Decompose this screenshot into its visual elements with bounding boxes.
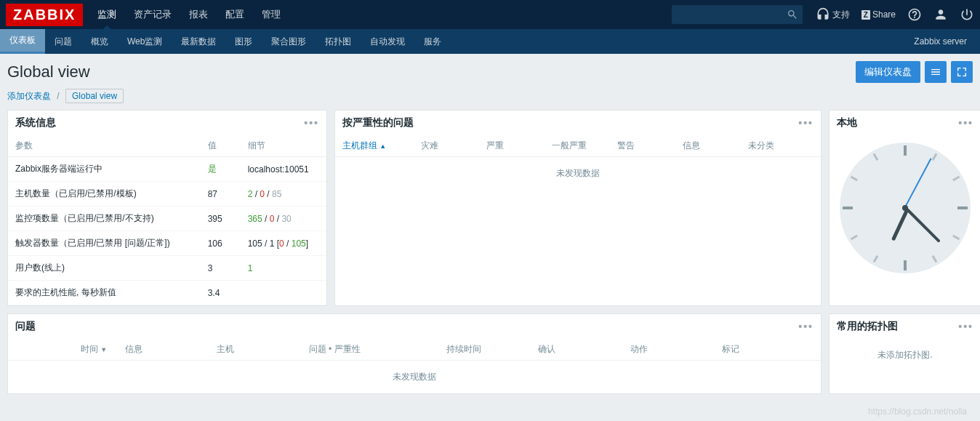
share-label: Share bbox=[872, 9, 896, 20]
clock-tick bbox=[952, 176, 960, 182]
menu-icon bbox=[930, 66, 941, 78]
cell-param: 监控项数量（已启用/已禁用/不支持) bbox=[8, 207, 201, 231]
dashboard-menu-button[interactable] bbox=[925, 61, 947, 83]
widget-menu-icon[interactable]: ••• bbox=[958, 321, 973, 332]
subnav-web[interactable]: Web监测 bbox=[118, 29, 172, 54]
col-info[interactable]: 信息 bbox=[125, 343, 217, 356]
subnav-server-link[interactable]: Zabbix server bbox=[901, 36, 980, 47]
col-duration[interactable]: 持续时间 bbox=[446, 343, 538, 356]
logo[interactable]: ZABBIX bbox=[6, 4, 83, 26]
table-row: Zabbix服务器端运行中是localhost:10051 bbox=[8, 157, 326, 182]
table-row: 监控项数量（已启用/已禁用/不支持)395365 / 0 / 30 bbox=[8, 207, 326, 231]
widget-menu-icon[interactable]: ••• bbox=[304, 117, 319, 129]
table-row: 触发器数量（已启用/已禁用 [问题/正常])106105 / 1 [0 / 10… bbox=[8, 231, 326, 256]
col-host[interactable]: 主机 bbox=[217, 343, 308, 356]
widget-menu-icon[interactable]: ••• bbox=[798, 321, 814, 332]
col-notclassified[interactable]: 未分类 bbox=[748, 140, 814, 152]
clock-face bbox=[840, 143, 971, 273]
problems-empty: 未发现数据 bbox=[8, 361, 821, 393]
breadcrumb-current[interactable]: Global view bbox=[65, 89, 124, 103]
subnav-latest[interactable]: 最新数据 bbox=[172, 29, 225, 54]
subnav-overview[interactable]: 概览 bbox=[81, 29, 118, 54]
sysinfo-table: 参数 值 细节 Zabbix服务器端运行中是localhost:10051主机数… bbox=[8, 135, 326, 305]
col-high[interactable]: 严重 bbox=[486, 140, 552, 152]
table-row: 要求的主机性能, 每秒新值3.4 bbox=[8, 281, 326, 305]
sub-nav: 仪表板 问题 概览 Web监测 最新数据 图形 聚合图形 拓扑图 自动发现 服务… bbox=[0, 29, 980, 54]
widget-head: 常用的拓扑图 ••• bbox=[830, 314, 980, 339]
topnav-admin[interactable]: 管理 bbox=[253, 0, 289, 29]
headset-icon bbox=[816, 7, 830, 22]
page-title: Global view bbox=[7, 63, 90, 81]
breadcrumb-root[interactable]: 添加仪表盘 bbox=[7, 91, 51, 101]
widget-menu-icon[interactable]: ••• bbox=[958, 117, 973, 129]
share-link[interactable]: Z Share bbox=[861, 9, 896, 20]
clock-tick bbox=[873, 255, 879, 262]
widget-severity: 按严重性的问题 ••• 主机群组 ▲ 灾难 严重 一般严重 警告 信息 未分类 … bbox=[334, 110, 822, 306]
clock-tick bbox=[952, 235, 960, 241]
widget-head: 问题 ••• bbox=[8, 314, 821, 339]
widget-problems: 问题 ••• 时间 ▼ 信息 主机 问题 • 严重性 持续时间 确认 动作 标记… bbox=[7, 313, 822, 394]
cell-param: 触发器数量（已启用/已禁用 [问题/正常]) bbox=[8, 231, 201, 256]
subnav-discovery[interactable]: 自动发现 bbox=[361, 29, 414, 54]
col-ack[interactable]: 确认 bbox=[538, 343, 630, 356]
cell-value: 3.4 bbox=[201, 281, 241, 305]
cell-detail: 2 / 0 / 85 bbox=[241, 182, 326, 207]
col-problem-severity[interactable]: 问题 • 严重性 bbox=[309, 343, 446, 356]
col-tags[interactable]: 标记 bbox=[722, 343, 814, 356]
col-actions[interactable]: 动作 bbox=[630, 343, 722, 356]
cell-param: 要求的主机性能, 每秒新值 bbox=[8, 281, 201, 305]
subnav-problems[interactable]: 问题 bbox=[45, 29, 81, 54]
maps-empty: 未添加拓扑图. bbox=[830, 339, 980, 372]
fullscreen-icon bbox=[956, 66, 968, 78]
search-input[interactable] bbox=[672, 5, 803, 24]
subnav-services[interactable]: 服务 bbox=[414, 29, 451, 54]
dashboard-grid: 系统信息 ••• 参数 值 细节 Zabbix服务器端运行中是localhost… bbox=[0, 110, 980, 401]
user-icon[interactable] bbox=[933, 7, 948, 22]
subnav-graphs[interactable]: 图形 bbox=[225, 29, 262, 54]
widget-head: 本地 ••• bbox=[830, 111, 980, 135]
col-disaster[interactable]: 灾难 bbox=[421, 140, 486, 152]
col-param[interactable]: 参数 bbox=[8, 135, 201, 157]
subnav-dashboard[interactable]: 仪表板 bbox=[0, 29, 45, 54]
cell-detail: 365 / 0 / 30 bbox=[241, 207, 326, 231]
widget-head: 系统信息 ••• bbox=[8, 111, 326, 135]
support-link[interactable]: 支持 bbox=[816, 7, 850, 22]
widget-title: 系统信息 bbox=[15, 116, 56, 129]
col-info[interactable]: 信息 bbox=[683, 140, 748, 152]
topnav-config[interactable]: 配置 bbox=[217, 0, 253, 29]
col-detail[interactable]: 细节 bbox=[241, 135, 326, 157]
subnav-maps[interactable]: 拓扑图 bbox=[316, 29, 361, 54]
cell-value: 是 bbox=[201, 157, 241, 182]
col-warning[interactable]: 警告 bbox=[617, 140, 683, 152]
cell-value: 106 bbox=[201, 231, 241, 256]
help-icon[interactable] bbox=[907, 7, 922, 22]
topnav-inventory[interactable]: 资产记录 bbox=[125, 0, 180, 29]
widget-menu-icon[interactable]: ••• bbox=[798, 117, 814, 129]
clock-tick bbox=[843, 207, 853, 209]
col-hostgroup[interactable]: 主机群组 ▲ bbox=[342, 140, 421, 152]
table-row: 用户数(线上)31 bbox=[8, 256, 326, 281]
topnav-reports[interactable]: 报表 bbox=[180, 0, 217, 29]
fullscreen-button[interactable] bbox=[951, 61, 973, 83]
header-actions: 编辑仪表盘 bbox=[856, 61, 973, 83]
clock-tick bbox=[904, 145, 907, 156]
power-icon[interactable] bbox=[960, 7, 974, 22]
top-nav: ZABBIX 监测 资产记录 报表 配置 管理 支持 Z Share bbox=[0, 0, 980, 29]
topnav-monitoring[interactable]: 监测 bbox=[89, 0, 125, 29]
col-value[interactable]: 值 bbox=[201, 135, 241, 157]
search-icon[interactable] bbox=[787, 9, 798, 20]
widget-clock: 本地 ••• bbox=[829, 110, 980, 306]
widget-title: 按严重性的问题 bbox=[342, 116, 414, 129]
cell-param: Zabbix服务器端运行中 bbox=[8, 157, 201, 182]
breadcrumb: 添加仪表盘 / Global view bbox=[0, 87, 980, 110]
subnav-screens[interactable]: 聚合图形 bbox=[262, 29, 316, 54]
clock-minute-hand bbox=[905, 207, 941, 243]
sort-asc-icon: ▲ bbox=[379, 143, 386, 150]
problems-columns: 时间 ▼ 信息 主机 问题 • 严重性 持续时间 确认 动作 标记 bbox=[8, 339, 821, 361]
col-average[interactable]: 一般严重 bbox=[552, 140, 617, 152]
cell-detail: 1 bbox=[241, 256, 326, 281]
clock-tick bbox=[904, 260, 907, 270]
col-time[interactable]: 时间 ▼ bbox=[15, 343, 125, 356]
cell-param: 用户数(线上) bbox=[8, 256, 201, 281]
edit-dashboard-button[interactable]: 编辑仪表盘 bbox=[856, 61, 920, 83]
